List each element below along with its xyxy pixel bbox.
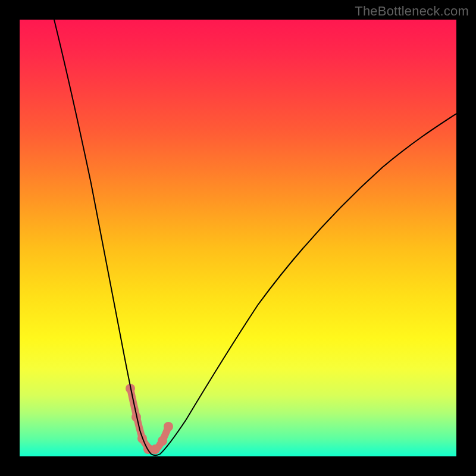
plot-area — [20, 20, 456, 456]
trough-dot — [158, 436, 167, 446]
curve-svg — [20, 20, 456, 456]
trough-dot — [164, 422, 173, 431]
trough-dot — [151, 444, 160, 454]
bottleneck-curve — [54, 20, 456, 455]
watermark-text: TheBottleneck.com — [355, 4, 469, 19]
chart-frame: TheBottleneck.com — [0, 0, 476, 476]
